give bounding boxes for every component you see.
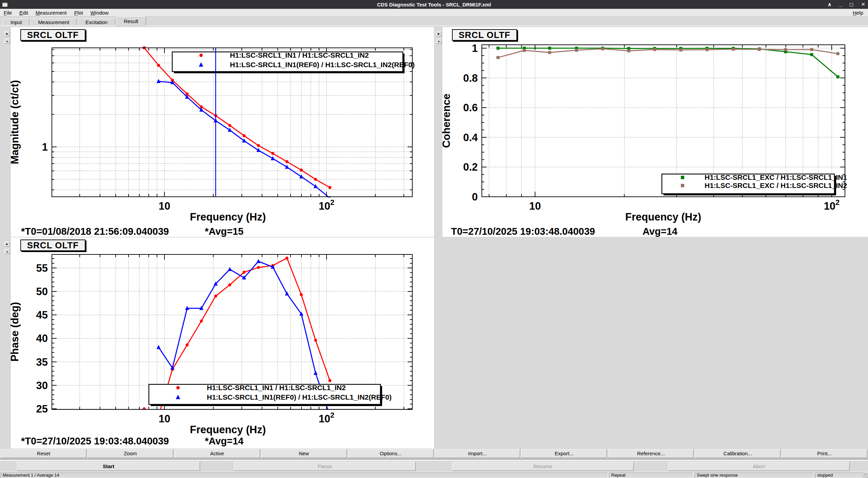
y-tick-label: 0.2: [463, 161, 478, 173]
status-cell-2: Swept sine response: [695, 473, 814, 478]
y-axis-label: Phase (deg): [9, 302, 21, 362]
panel-collapse-button[interactable]: ▲: [436, 39, 441, 44]
maximize-window-button-icon[interactable]: ◻: [849, 0, 853, 9]
new-button[interactable]: New: [261, 449, 347, 458]
y-axis-label: Magnitude (ct/ct): [9, 80, 21, 164]
calibration-button[interactable]: Calibration...: [695, 449, 781, 458]
y-tick-label: 1: [42, 141, 48, 153]
titlebar: CDS Diagnostic Test Tools - SRCL_DRMI1F.…: [0, 0, 868, 9]
y-tick-label: 0.4: [463, 132, 478, 144]
abort-button: Abort: [668, 462, 850, 471]
panel-expand-button[interactable]: ▶: [4, 242, 10, 247]
tabbar: InputMeasurementExcitationResult: [0, 17, 868, 26]
reference-button[interactable]: Reference...: [608, 449, 694, 458]
y-tick-label: 0: [472, 191, 478, 203]
y-tick-label: 1: [472, 42, 478, 54]
menu-measurement[interactable]: Measurement: [32, 9, 71, 17]
avg-annotation: *Avg=14: [205, 436, 243, 446]
status-cell-0: Measurement 1 / Average 14: [1, 473, 608, 478]
menu-window[interactable]: Window: [87, 9, 112, 17]
menu-edit[interactable]: Edit: [16, 9, 32, 17]
print-button[interactable]: Print...: [782, 449, 867, 458]
avg-annotation: Avg=14: [643, 226, 677, 237]
resume-button: Resume: [452, 462, 634, 471]
minimize-window-button-icon[interactable]: _: [839, 0, 842, 9]
x-axis-label: Frequency (Hz): [625, 211, 701, 223]
y-tick-label: 25: [36, 403, 48, 415]
tab-measurement[interactable]: Measurement: [30, 18, 77, 25]
t0-annotation: *T0=01/08/2018 21:56:09.040039: [21, 226, 169, 237]
reset-button[interactable]: Reset: [1, 449, 86, 458]
menu-file[interactable]: File: [0, 9, 16, 17]
legend: H1:LSC-SRCL1_IN1 / H1:LSC-SRCL1_IN2H1:LS…: [172, 51, 415, 73]
menu-help[interactable]: Help: [849, 9, 867, 17]
legend-label: H1:LSC-SRCL1_EXC / H1:LSC-SRCL1_IN2: [705, 181, 847, 189]
legend-label: H1:LSC-SRCL1_IN1 / H1:LSC-SRCL1_IN2: [207, 384, 346, 391]
t0-annotation: *T0=27/10/2025 19:03:48.040039: [21, 436, 169, 446]
menu-plot[interactable]: Plot: [71, 9, 87, 17]
plot-panel-coherence-plot: ▶▲SRCL OLTF1010200.20.40.60.81Frequency …: [435, 27, 868, 237]
zoom-button[interactable]: Zoom: [87, 449, 173, 458]
measurement-controls: StartPauseResumeAbort: [0, 461, 868, 472]
app-window: CDS Diagnostic Test Tools - SRCL_DRMI1F.…: [0, 0, 868, 478]
legend-label: H1:LSC-SRCL1_IN1(REF0) / H1:LSC-SRCL1_IN…: [207, 393, 392, 401]
legend-label: H1:LSC-SRCL1_EXC / H1:LSC-SRCL1_IN1: [705, 173, 847, 181]
avg-annotation: *Avg=15: [205, 226, 243, 237]
options-button[interactable]: Options...: [348, 449, 434, 458]
tab-input[interactable]: Input: [3, 18, 29, 25]
legend: H1:LSC-SRCL1_EXC / H1:LSC-SRCL1_IN1H1:LS…: [662, 173, 847, 195]
import-button[interactable]: Import...: [435, 449, 520, 458]
panel-expand-button[interactable]: ▶: [436, 31, 441, 36]
panel-expand-button[interactable]: ▶: [4, 31, 10, 36]
y-tick-label: 45: [36, 309, 48, 321]
panel-collapse-button[interactable]: ▲: [4, 249, 10, 254]
y-tick-label: 30: [36, 380, 48, 391]
window-controls: ∧_◻✕: [827, 0, 865, 9]
tab-result[interactable]: Result: [116, 16, 146, 25]
active-button[interactable]: Active: [174, 449, 260, 458]
y-tick-label: 35: [36, 356, 48, 368]
tab-excitation[interactable]: Excitation: [78, 18, 115, 25]
resize-grip-icon[interactable]: [863, 473, 868, 478]
y-tick-label: 0.6: [463, 102, 478, 114]
y-tick-label: 50: [36, 286, 48, 298]
plot-toolbar: ResetZoomActiveNewOptions...Import...Exp…: [0, 448, 868, 459]
legend-label: H1:LSC-SRCL1_IN1 / H1:LSC-SRCL1_IN2: [230, 51, 369, 59]
y-tick-label: 55: [36, 262, 48, 274]
close-window-button-icon[interactable]: ✕: [861, 0, 865, 9]
statusbar: Measurement 1 / Average 14RepeatSwept si…: [0, 472, 868, 478]
y-tick-label: 0.8: [463, 72, 478, 84]
plot-title-box[interactable]: SRCL OLTF: [452, 29, 517, 41]
x-axis-label: Frequency (Hz): [190, 211, 266, 223]
x-tick-label: 10: [529, 200, 541, 212]
status-cell-1: Repeat: [609, 473, 693, 478]
menubar: FileEditMeasurementPlotWindowHelp: [0, 9, 868, 17]
y-axis-label: Coherence: [440, 94, 452, 148]
panel-collapse-button[interactable]: ▲: [4, 39, 10, 44]
legend: H1:LSC-SRCL1_IN1 / H1:LSC-SRCL1_IN2H1:LS…: [149, 384, 392, 406]
window-title: CDS Diagnostic Test Tools - SRCL_DRMI1F.…: [0, 2, 868, 7]
plot-canvas-coherence-plot[interactable]: 1010200.20.40.60.81Frequency (Hz)Coheren…: [435, 27, 868, 237]
pause-button: Pause: [234, 462, 416, 471]
export-button[interactable]: Export...: [521, 449, 607, 458]
status-cell-3: stopped: [815, 473, 864, 478]
t0-annotation: T0=27/10/2025 19:03:48.040039: [451, 226, 595, 237]
shade-window-button-icon[interactable]: ∧: [827, 0, 831, 9]
x-tick-label: 10: [159, 413, 170, 425]
plot-title-box[interactable]: SRCL OLTF: [20, 29, 85, 41]
plot-title-box[interactable]: SRCL OLTF: [20, 240, 85, 251]
plot-canvas-magnitude-plot[interactable]: 101021Frequency (Hz)Magnitude (ct/ct)H1:…: [3, 27, 434, 237]
x-axis-label: Frequency (Hz): [190, 424, 266, 436]
legend-label: H1:LSC-SRCL1_IN1(REF0) / H1:LSC-SRCL1_IN…: [230, 61, 415, 69]
x-tick-label: 10: [159, 200, 170, 212]
y-tick-label: 40: [36, 332, 48, 344]
plot-panel-phase-plot: ▶▲SRCL OLTF1010225303540455055Frequency …: [3, 237, 434, 448]
plot-canvas-phase-plot[interactable]: 1010225303540455055Frequency (Hz)Phase (…: [3, 237, 434, 448]
result-area: ▶▲SRCL OLTF101021Frequency (Hz)Magnitude…: [0, 26, 868, 448]
start-button[interactable]: Start: [17, 462, 200, 471]
plot-panel-magnitude-plot: ▶▲SRCL OLTF101021Frequency (Hz)Magnitude…: [3, 27, 434, 237]
